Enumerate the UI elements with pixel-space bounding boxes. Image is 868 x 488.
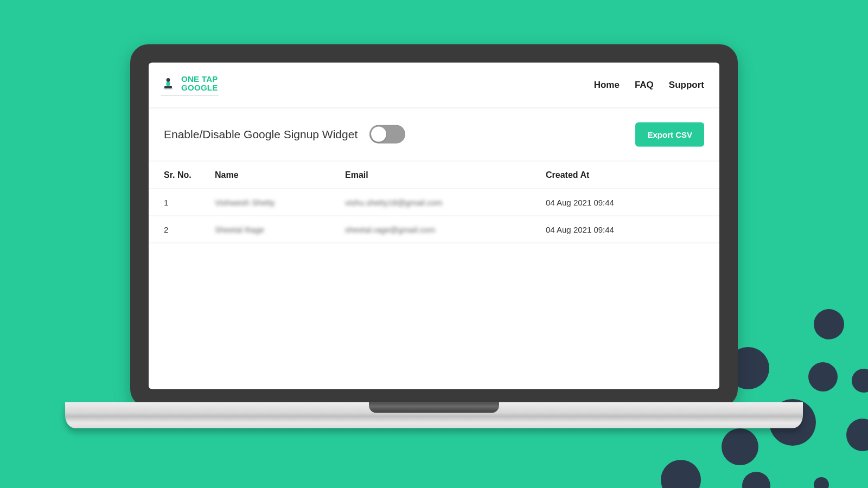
laptop-notch (369, 402, 499, 413)
nav-faq[interactable]: FAQ (635, 80, 654, 91)
brand-logo-icon (161, 75, 176, 91)
signups-table: Sr. No. Name Email Created At 1 Vishwesh… (149, 161, 719, 243)
signup-widget-toggle[interactable] (369, 125, 405, 144)
cell-email: sheetal.rage@gmail.com (339, 216, 539, 243)
toggle-label: Enable/Disable Google Signup Widget (164, 128, 358, 141)
table-row: 2 Sheetal Rage sheetal.rage@gmail.com 04… (149, 216, 719, 243)
brand-line1: ONE TAP (181, 75, 218, 84)
export-csv-button[interactable]: Export CSV (635, 122, 704, 146)
cell-email: vishu.shetty18@gmail.com (339, 189, 539, 216)
main-nav: Home FAQ Support (594, 80, 704, 91)
app-screen: ONE TAP GOOGLE Home FAQ Support Enable/D… (149, 63, 719, 389)
laptop-frame: ONE TAP GOOGLE Home FAQ Support Enable/D… (130, 44, 738, 408)
col-header-name: Name (208, 161, 339, 189)
brand-line2: GOOGLE (181, 83, 218, 92)
cell-name: Vishwesh Shetty (208, 189, 339, 216)
app-header: ONE TAP GOOGLE Home FAQ Support (149, 63, 719, 108)
brand-name: ONE TAP GOOGLE (181, 75, 218, 92)
table-row: 1 Vishwesh Shetty vishu.shetty18@gmail.c… (149, 189, 719, 216)
cell-name: Sheetal Rage (208, 216, 339, 243)
toggle-knob (371, 127, 386, 142)
nav-home[interactable]: Home (594, 80, 620, 91)
col-header-sr: Sr. No. (149, 161, 208, 189)
col-header-created: Created At (539, 161, 719, 189)
col-header-email: Email (339, 161, 539, 189)
svg-rect-1 (167, 82, 170, 86)
cell-sr: 2 (149, 216, 208, 243)
svg-rect-3 (163, 88, 173, 89)
brand-logo[interactable]: ONE TAP GOOGLE (161, 75, 218, 96)
table-header-row: Sr. No. Name Email Created At (149, 161, 719, 189)
svg-rect-2 (164, 86, 172, 88)
nav-support[interactable]: Support (669, 80, 704, 91)
laptop-mockup: ONE TAP GOOGLE Home FAQ Support Enable/D… (130, 44, 738, 408)
toggle-group: Enable/Disable Google Signup Widget (164, 125, 405, 144)
cell-created: 04 Aug 2021 09:44 (539, 189, 719, 216)
cell-created: 04 Aug 2021 09:44 (539, 216, 719, 243)
controls-row: Enable/Disable Google Signup Widget Expo… (149, 108, 719, 161)
cell-sr: 1 (149, 189, 208, 216)
svg-point-0 (167, 78, 170, 82)
